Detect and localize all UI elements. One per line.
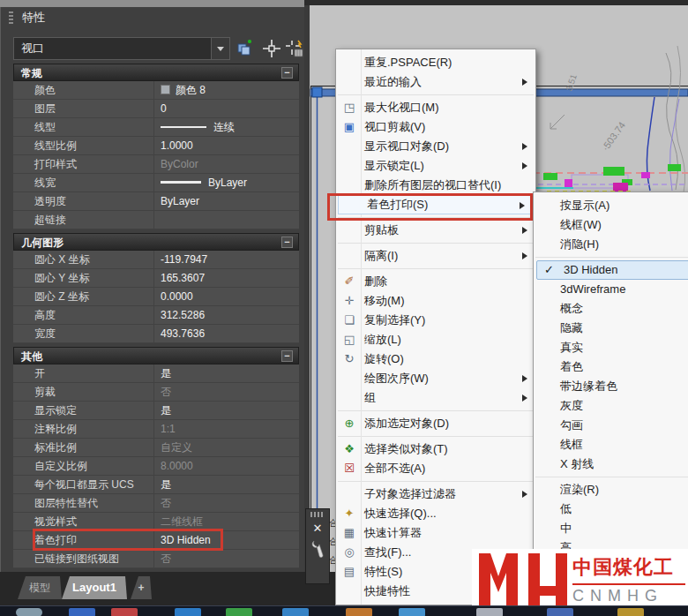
select-objects-button[interactable] [262, 39, 281, 58]
property-value[interactable]: 1.0000 [154, 137, 299, 154]
property-row[interactable]: 圆心 Y 坐标 165.3607 [13, 269, 299, 288]
submenu-item[interactable]: 线框(W) [534, 215, 688, 235]
menu-item[interactable]: ✦ 快速选择(Q)... [336, 504, 535, 523]
menu-item[interactable]: 子对象选择过滤器 [336, 485, 535, 504]
palette-title-bar[interactable]: 特性 [1, 7, 304, 28]
submenu-item[interactable]: 按显示(A) [534, 196, 688, 215]
menu-item[interactable]: 隔离(I) [336, 246, 535, 266]
property-row[interactable]: 标准比例 自定义 [13, 439, 299, 457]
close-icon[interactable]: ✕ [306, 521, 329, 537]
submenu-item[interactable]: X 射线 [534, 454, 688, 474]
property-row[interactable]: 每个视口都显示 UCS 是 [13, 476, 299, 494]
submenu-item[interactable]: ✓ 3D Hidden [536, 260, 688, 280]
property-value[interactable]: 二维线框 [154, 513, 299, 530]
dropdown-arrow-button[interactable] [211, 38, 229, 59]
menu-item[interactable]: ◱ 缩放(L) [336, 330, 535, 349]
taskbar-app-icon[interactable] [399, 608, 425, 616]
property-row[interactable]: 圆心 X 坐标 -119.7947 [13, 251, 299, 269]
property-value[interactable]: 1:1 [154, 420, 299, 438]
menu-item[interactable]: ❖ 选择类似对象(T) [336, 439, 535, 459]
property-value[interactable]: 493.7636 [154, 325, 299, 342]
property-row[interactable]: 圆心 Z 坐标 0.0000 [13, 288, 299, 306]
submenu-item[interactable]: 消隐(H) [534, 235, 688, 254]
property-row[interactable]: 图层 0 [13, 100, 299, 118]
wrench-icon[interactable] [310, 538, 325, 561]
submenu-item[interactable]: 低 [534, 500, 688, 519]
start-orb-icon[interactable] [16, 608, 42, 616]
taskbar-app-icon[interactable] [547, 608, 573, 616]
property-row[interactable]: 开 是 [13, 364, 299, 383]
viewport-grip[interactable] [312, 87, 322, 97]
palette-grip-icon[interactable] [9, 11, 13, 24]
taskbar-app-icon[interactable] [346, 608, 372, 616]
submenu-item[interactable]: 渲染(R) [534, 480, 688, 500]
tab-layout1[interactable]: Layout1 [62, 576, 127, 599]
section-header[interactable]: 其他 − [13, 347, 299, 364]
collapse-icon[interactable]: − [281, 237, 293, 248]
taskbar-app-icon[interactable] [175, 608, 201, 616]
property-row[interactable]: 显示锁定 是 [13, 402, 299, 420]
submenu-item[interactable]: 带边缘着色 [534, 377, 688, 396]
submenu-item[interactable]: 隐藏 [534, 319, 688, 338]
submenu-item[interactable]: 中 [534, 519, 688, 538]
property-value[interactable]: 3D Hidden [154, 531, 299, 549]
property-value[interactable]: 否 [154, 383, 299, 401]
property-value[interactable]: ByLayer [154, 174, 299, 192]
property-row[interactable]: 线宽 ByLayer [13, 174, 299, 192]
submenu-item[interactable]: 灰度 [534, 396, 688, 416]
property-row[interactable]: 图层特性替代 否 [13, 494, 299, 513]
property-value[interactable]: ByLayer [154, 192, 299, 210]
property-row[interactable]: 已链接到图纸视图 否 [13, 550, 299, 568]
new-layout-button[interactable]: + [131, 576, 152, 599]
property-value[interactable]: 否 [154, 494, 299, 512]
property-row[interactable]: 颜色 颜色 8 [13, 81, 299, 100]
quick-select-button[interactable] [285, 39, 304, 58]
menu-item[interactable]: ▣ 视口剪裁(V) [336, 117, 535, 137]
property-value[interactable]: ByColor [154, 155, 299, 173]
taskbar-app-icon[interactable] [226, 608, 252, 616]
menu-item[interactable]: 绘图次序(W) [336, 369, 535, 388]
menu-item[interactable]: ◳ 最大化视口(M) [336, 98, 535, 117]
menu-item[interactable]: ❏ 复制选择(Y) [336, 311, 535, 330]
property-row[interactable]: 注释比例 1:1 [13, 420, 299, 439]
property-value[interactable]: 165.3607 [154, 269, 299, 287]
taskbar-app-icon[interactable] [617, 608, 644, 616]
property-row[interactable]: 着色打印 3D Hidden [13, 531, 299, 550]
menu-item[interactable]: 最近的输入 [336, 72, 535, 92]
menu-item[interactable]: 重复.PSPACE(R) [336, 53, 535, 72]
property-value[interactable]: 颜色 8 [154, 81, 299, 99]
property-row[interactable]: 高度 312.5286 [13, 306, 299, 325]
property-row[interactable]: 宽度 493.7636 [13, 325, 299, 343]
section-header[interactable]: 常规 − [13, 64, 299, 81]
menu-item[interactable]: ✐ 删除 [336, 272, 535, 291]
property-value[interactable] [154, 211, 299, 229]
menu-item[interactable]: 显示锁定(L) [336, 156, 535, 176]
property-value[interactable]: 连续 [154, 118, 299, 136]
taskbar-app-icon[interactable] [111, 608, 138, 616]
windows-taskbar[interactable] [0, 605, 688, 616]
section-header[interactable]: 几何图形 − [13, 233, 299, 251]
submenu-item[interactable]: 3dWireframe [534, 280, 688, 299]
property-value[interactable]: 0.0000 [154, 288, 299, 305]
submenu-item[interactable]: 概念 [534, 299, 688, 319]
property-row[interactable]: 视觉样式 二维线框 [13, 513, 299, 531]
menu-item[interactable]: 剪贴板 [336, 221, 535, 240]
menu-item[interactable]: ✛ 移动(M) [336, 291, 535, 311]
property-value[interactable]: 否 [154, 550, 299, 567]
menu-item[interactable]: 删除所有图层的视口替代(I) [336, 176, 535, 195]
menu-item[interactable]: ☒ 全部不选(A) [336, 459, 535, 478]
property-row[interactable]: 透明度 ByLayer [13, 192, 299, 211]
taskbar-app-icon[interactable] [282, 608, 309, 616]
property-value[interactable]: 自定义 [154, 439, 299, 456]
property-value[interactable]: 8.0000 [154, 457, 299, 475]
property-value[interactable]: 是 [154, 476, 299, 493]
menu-item[interactable]: 显示视口对象(D) [336, 137, 535, 156]
submenu-item[interactable]: 真实 [534, 338, 688, 357]
property-row[interactable]: 线型 连续 [13, 118, 299, 137]
object-type-dropdown[interactable]: 视口 [13, 37, 230, 60]
property-value[interactable]: 是 [154, 364, 299, 382]
property-row[interactable]: 自定义比例 8.0000 [13, 457, 299, 476]
menu-item[interactable]: ↻ 旋转(O) [336, 349, 535, 369]
property-value[interactable]: 0 [154, 100, 299, 117]
submenu-item[interactable]: 线框 [534, 435, 688, 454]
